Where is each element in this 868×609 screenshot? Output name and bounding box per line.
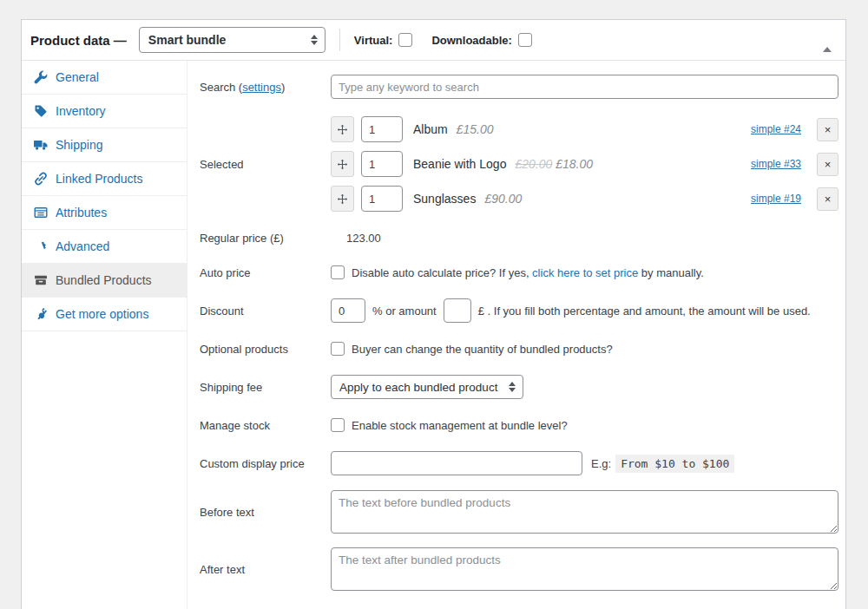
sidebar-item-label: Advanced bbox=[56, 239, 109, 253]
panel-title: Product data — bbox=[30, 33, 127, 48]
custom-display-price-label: Custom display price bbox=[200, 457, 331, 470]
discount-middle-text: % or amount bbox=[372, 304, 437, 318]
search-input[interactable] bbox=[331, 75, 838, 99]
auto-price-label: Auto price bbox=[200, 266, 331, 279]
shipping-fee-label: Shipping fee bbox=[200, 381, 331, 394]
sidebar-item-label: Inventory bbox=[56, 104, 106, 118]
tab-linked-products[interactable]: Linked Products bbox=[22, 162, 187, 196]
collapse-arrow-icon bbox=[823, 34, 832, 52]
product-price: £90.00 bbox=[484, 192, 522, 206]
tab-general[interactable]: General bbox=[22, 61, 187, 95]
tab-get-more-options[interactable]: Get more options bbox=[22, 298, 187, 331]
after-text-input[interactable] bbox=[331, 547, 838, 591]
sidebar-item-label: General bbox=[56, 70, 99, 84]
search-label: Search (settings) bbox=[200, 81, 331, 94]
header-divider bbox=[339, 29, 340, 51]
example-code: From $10 to $100 bbox=[615, 455, 734, 473]
after-text-label: After text bbox=[200, 563, 331, 576]
before-text-input[interactable] bbox=[331, 490, 838, 534]
manage-stock-text: Enable stock management at bundle level? bbox=[352, 419, 568, 432]
virtual-label: Virtual: bbox=[354, 34, 393, 47]
plug-icon bbox=[34, 307, 48, 321]
virtual-checkbox[interactable] bbox=[398, 33, 412, 47]
quantity-input[interactable] bbox=[361, 151, 403, 177]
discount-amount-input[interactable] bbox=[444, 298, 471, 323]
product-type-select[interactable]: Smart bundle bbox=[139, 27, 326, 53]
link-icon bbox=[34, 172, 48, 186]
tab-attributes[interactable]: Attributes bbox=[22, 196, 187, 230]
regular-price-label: Regular price (£) bbox=[200, 232, 331, 245]
optional-products-label: Optional products bbox=[200, 343, 331, 356]
sidebar-item-label: Shipping bbox=[56, 138, 103, 152]
remove-product-button[interactable]: × bbox=[817, 187, 838, 211]
bundled-products-panel: Search (settings) Selected Album £15.00 … bbox=[187, 61, 847, 609]
manage-stock-checkbox[interactable] bbox=[331, 418, 345, 432]
tab-advanced[interactable]: Advanced bbox=[22, 230, 187, 264]
collapse-panel-button[interactable] bbox=[819, 30, 835, 50]
wrench-icon bbox=[34, 70, 48, 84]
product-price: £20.00£18.00 bbox=[515, 157, 593, 171]
sidebar-item-label: Attributes bbox=[56, 206, 107, 219]
move-icon bbox=[337, 193, 348, 205]
auto-price-text: Disable auto calculate price? If yes, cl… bbox=[352, 266, 704, 279]
product-name: Sunglasses bbox=[413, 192, 476, 206]
product-data-panel: Product data — Smart bundle Virtual: Dow… bbox=[21, 19, 846, 609]
before-text-label: Before text bbox=[200, 506, 331, 519]
shipping-fee-select[interactable]: Apply to each bundled product bbox=[331, 375, 523, 399]
quantity-input[interactable] bbox=[361, 116, 403, 142]
gear-icon bbox=[34, 239, 48, 253]
sidebar-item-label: Linked Products bbox=[56, 172, 142, 186]
drag-handle[interactable] bbox=[331, 116, 354, 142]
product-price: £15.00 bbox=[457, 122, 494, 136]
tag-icon bbox=[34, 104, 48, 118]
settings-link[interactable]: settings bbox=[242, 81, 281, 94]
product-name: Beanie with Logo bbox=[413, 157, 506, 171]
product-old-price: £20.00 bbox=[515, 157, 552, 171]
custom-display-price-input[interactable] bbox=[331, 451, 582, 475]
regular-price-value: 123.00 bbox=[331, 232, 838, 245]
drag-handle[interactable] bbox=[331, 186, 354, 212]
bundled-product-row: Album £15.00 simple #24 × bbox=[331, 116, 838, 142]
product-name: Album bbox=[413, 122, 448, 136]
product-data-tabs: General Inventory Shipping Linked Produc… bbox=[22, 61, 187, 609]
optional-products-checkbox[interactable] bbox=[331, 342, 345, 356]
downloadable-checkbox[interactable] bbox=[518, 33, 532, 47]
product-ref-link[interactable]: simple #33 bbox=[751, 158, 801, 170]
sidebar-item-label: Bundled Products bbox=[56, 273, 152, 287]
tab-bundled-products[interactable]: Bundled Products bbox=[22, 264, 187, 298]
set-price-link[interactable]: click here to set price bbox=[532, 266, 638, 279]
quantity-input[interactable] bbox=[361, 186, 403, 212]
product-ref-link[interactable]: simple #19 bbox=[751, 193, 801, 205]
truck-icon bbox=[34, 138, 48, 152]
move-icon bbox=[337, 124, 348, 135]
bundled-product-row: Sunglasses £90.00 simple #19 × bbox=[331, 186, 838, 212]
move-icon bbox=[337, 159, 348, 170]
panel-header: Product data — Smart bundle Virtual: Dow… bbox=[22, 20, 845, 61]
tab-inventory[interactable]: Inventory bbox=[22, 95, 187, 128]
drag-handle[interactable] bbox=[331, 151, 354, 177]
tab-shipping[interactable]: Shipping bbox=[22, 128, 187, 162]
manage-stock-label: Manage stock bbox=[200, 419, 331, 432]
sidebar-item-label: Get more options bbox=[56, 307, 148, 321]
bundled-product-row: Beanie with Logo £20.00£18.00 simple #33… bbox=[331, 151, 838, 177]
auto-price-checkbox[interactable] bbox=[331, 265, 345, 279]
example-label: E.g: bbox=[591, 457, 611, 470]
discount-suffix-text: £ . If you fill both percentage and amou… bbox=[478, 304, 811, 318]
remove-product-button[interactable]: × bbox=[817, 118, 838, 141]
product-ref-link[interactable]: simple #24 bbox=[751, 123, 801, 135]
discount-label: Discount bbox=[200, 304, 331, 318]
archive-icon bbox=[34, 273, 48, 287]
remove-product-button[interactable]: × bbox=[817, 153, 838, 176]
index-card-icon bbox=[34, 206, 48, 219]
optional-products-text: Buyer can change the quantity of bundled… bbox=[352, 343, 613, 356]
selected-label: Selected bbox=[200, 158, 331, 171]
discount-percent-input[interactable] bbox=[331, 298, 365, 323]
downloadable-label: Downloadable: bbox=[431, 34, 511, 47]
